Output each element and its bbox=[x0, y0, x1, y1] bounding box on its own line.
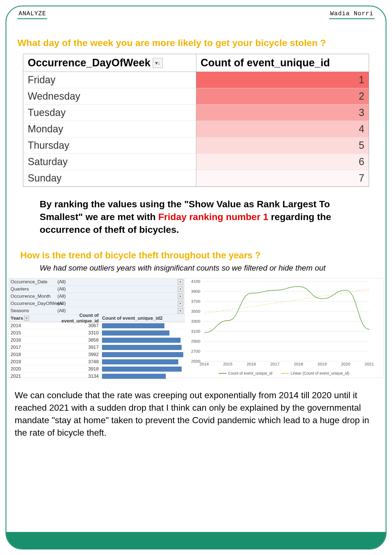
excel-pivot-block: Occurrence_Date(All)▾Quarters(All)▾Occur… bbox=[9, 278, 383, 378]
day-cell: Tuesday bbox=[23, 105, 196, 121]
rank-cell: 2 bbox=[196, 88, 369, 105]
rank-cell: 3 bbox=[196, 105, 369, 121]
bar-cell bbox=[100, 359, 185, 365]
count-cell: 3858 bbox=[42, 337, 100, 343]
question-2-heading: How is the trend of bicycle theft throug… bbox=[6, 244, 386, 263]
legend-swatch-green bbox=[219, 373, 226, 374]
day-cell: Thursday bbox=[23, 137, 196, 154]
count-cell: 3134 bbox=[42, 374, 100, 379]
year-table-header: Years ▾ Count of event_unique_id Count o… bbox=[9, 314, 185, 322]
year-cell: 2015 bbox=[9, 330, 42, 336]
bar-cell bbox=[100, 373, 185, 379]
data-bar bbox=[102, 352, 183, 357]
rank-cell: 4 bbox=[196, 121, 369, 137]
dropdown-icon[interactable]: ▾ bbox=[178, 308, 183, 314]
legend-trend-label: Linear (Count of event_unique_id) bbox=[291, 371, 349, 375]
bar-cell bbox=[100, 323, 185, 329]
bar-cell bbox=[100, 330, 185, 336]
data-bar bbox=[102, 359, 178, 364]
dropdown-icon[interactable]: ▾ bbox=[178, 301, 183, 306]
column-header-dayofweek-label: Occurrence_DayOfWeek bbox=[28, 57, 151, 69]
dropdown-icon[interactable]: ▾ bbox=[178, 279, 183, 285]
year-row: 20143067 bbox=[9, 322, 185, 329]
dropdown-icon[interactable]: ▾ bbox=[178, 286, 183, 292]
year-row: 20213134 bbox=[9, 373, 185, 380]
table-header-row: Occurrence_DayOfWeek ▾↓ Count of event_u… bbox=[23, 54, 369, 72]
year-row: 20163858 bbox=[9, 337, 185, 344]
x-tick-label: 2020 bbox=[341, 362, 350, 366]
count2-header-label: Count of event_unique_id2 bbox=[100, 316, 185, 321]
count-cell: 3918 bbox=[42, 366, 100, 372]
table-row: Monday4 bbox=[23, 121, 369, 137]
count-cell: 3992 bbox=[42, 352, 100, 357]
rank-cell: 7 bbox=[196, 170, 369, 186]
year-cell: 2021 bbox=[9, 374, 42, 379]
filter-field-name: Occurrence_Date bbox=[9, 279, 57, 285]
filter-field-value: (All) bbox=[57, 301, 80, 306]
y-tick-label: 4100 bbox=[191, 279, 200, 284]
filter-field-value: (All) bbox=[57, 294, 80, 299]
pivot-filter-row: Occurrence_DayOfWeek(All)▾ bbox=[9, 300, 185, 307]
footer-bar bbox=[6, 532, 386, 549]
day-cell: Wednesday bbox=[23, 88, 196, 105]
legend-item-series: Count of event_unique_id bbox=[219, 371, 273, 375]
count-cell: 3917 bbox=[42, 345, 100, 350]
column-header-dayofweek: Occurrence_DayOfWeek ▾↓ bbox=[23, 54, 196, 72]
pivot-filter-row: Occurrence_Date(All)▾ bbox=[9, 278, 185, 286]
x-axis-labels: 20142015201620172018201920202021 bbox=[204, 362, 370, 367]
page-header: ANALYZE Wadia Norri bbox=[6, 6, 386, 21]
bar-cell bbox=[100, 344, 185, 350]
day-cell: Sunday bbox=[23, 170, 196, 186]
pivot-filter-row: Occurrence_Month(All)▾ bbox=[9, 293, 185, 300]
table-row: Sunday7 bbox=[23, 170, 369, 186]
year-cell: 2019 bbox=[9, 359, 42, 365]
x-tick-label: 2019 bbox=[317, 362, 327, 366]
conclusion-paragraph: We can conclude that the rate was creepi… bbox=[6, 378, 386, 447]
dropdown-icon[interactable]: ▾ bbox=[178, 294, 183, 299]
day-of-week-table: Occurrence_DayOfWeek ▾↓ Count of event_u… bbox=[23, 54, 369, 187]
y-tick-label: 3700 bbox=[191, 299, 200, 304]
y-tick-label: 2900 bbox=[191, 339, 200, 344]
pivot-filter-rows: Occurrence_Date(All)▾Quarters(All)▾Occur… bbox=[9, 278, 185, 314]
year-cell: 2018 bbox=[9, 352, 42, 357]
data-bar bbox=[102, 374, 166, 379]
x-tick-label: 2014 bbox=[200, 362, 209, 366]
bar-cell bbox=[100, 337, 185, 343]
year-row: 20173917 bbox=[9, 344, 185, 351]
pivot-left-panel: Occurrence_Date(All)▾Quarters(All)▾Occur… bbox=[9, 278, 185, 378]
rank-cell: 6 bbox=[196, 154, 369, 170]
data-bar bbox=[102, 331, 169, 335]
y-tick-label: 2700 bbox=[191, 349, 200, 354]
filter-applied-icon[interactable]: ▾ bbox=[24, 316, 29, 321]
filter-field-name: Quarters bbox=[9, 286, 57, 292]
filter-field-name: Occurrence_DayOfWeek bbox=[9, 301, 57, 306]
filter-field-value: (All) bbox=[57, 279, 80, 285]
sort-filter-icon[interactable]: ▾↓ bbox=[153, 58, 163, 68]
chart-plot-area bbox=[204, 281, 370, 361]
rank-cell: 5 bbox=[196, 137, 369, 154]
table-row: Saturday6 bbox=[23, 154, 369, 170]
x-tick-label: 2016 bbox=[247, 362, 256, 366]
year-cell: 2020 bbox=[9, 366, 42, 372]
explain1-highlight: Friday ranking number 1 bbox=[158, 211, 268, 222]
day-cell: Friday bbox=[23, 72, 196, 88]
chart-legend: Count of event_unique_id Linear (Count o… bbox=[185, 370, 383, 376]
question-1-heading: What day of the week you are more likely… bbox=[6, 21, 386, 54]
trend-chart: 250027002900310033003500370039004100 201… bbox=[185, 278, 383, 378]
legend-series-label: Count of event_unique_id bbox=[228, 371, 273, 375]
legend-item-trend: Linear (Count of event_unique_id) bbox=[281, 371, 349, 375]
y-tick-label: 3500 bbox=[191, 309, 200, 314]
bar-cell bbox=[100, 352, 185, 358]
year-row: 20193748 bbox=[9, 358, 185, 365]
header-section-label: ANALYZE bbox=[17, 10, 47, 19]
day-cell: Saturday bbox=[23, 154, 196, 170]
rank-cell: 1 bbox=[196, 72, 369, 88]
y-tick-label: 3100 bbox=[191, 329, 200, 334]
explanation-1: By ranking the values using the "Show Va… bbox=[6, 195, 386, 244]
x-tick-label: 2018 bbox=[294, 362, 303, 366]
count-cell: 3067 bbox=[42, 323, 100, 329]
x-tick-label: 2021 bbox=[365, 362, 374, 366]
year-row: 20183992 bbox=[9, 351, 185, 358]
outliers-note: We had some outliers years with insignif… bbox=[6, 263, 386, 278]
y-tick-label: 3300 bbox=[191, 319, 200, 324]
